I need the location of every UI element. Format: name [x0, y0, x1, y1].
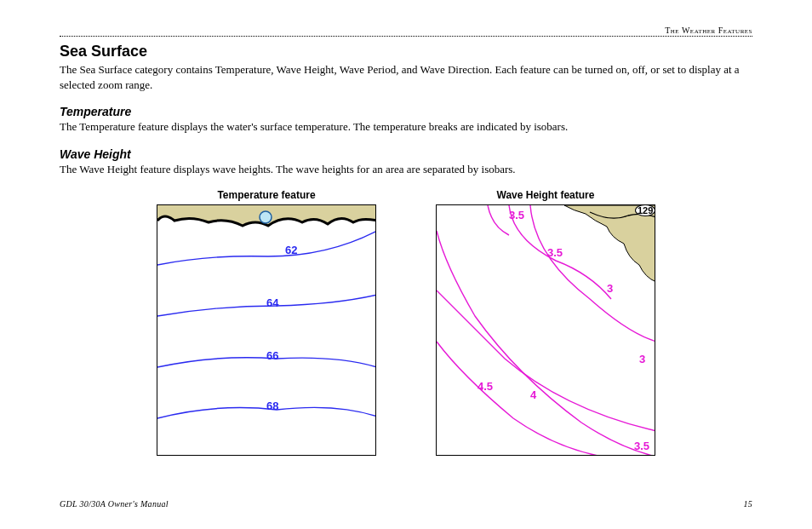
body-temperature: The Temperature feature displays the wat… [60, 119, 752, 135]
footer-page-number: 15 [743, 499, 752, 509]
map-temperature-svg [157, 205, 376, 456]
running-head: The Weather Features [665, 26, 752, 35]
isobar-label: 3.5 [509, 209, 524, 221]
isobar-label: 4 [530, 388, 536, 401]
body-wave-height: The Wave Height feature displays wave he… [60, 162, 752, 177]
caption-temperature: Temperature feature [217, 189, 315, 201]
isobar-label: 3 [607, 282, 613, 295]
subhead-wave-height: Wave Height [60, 147, 752, 161]
isobar-label: 3 [639, 353, 645, 365]
isobar-label: 64 [266, 296, 278, 309]
footer-manual-title: GDL 30/30A Owner's Manual [60, 499, 169, 509]
svg-point-0 [260, 211, 272, 223]
route-shield: 129 [635, 204, 655, 216]
section-title: Sea Surface [60, 43, 752, 60]
caption-wave-height: Wave Height feature [497, 189, 595, 201]
isobar-label: 3.5 [547, 246, 563, 259]
map-temperature: 62 64 66 68 [157, 204, 376, 456]
isobar-label: 66 [266, 349, 278, 362]
map-wave-height: 3.5 3.5 3 3 4.5 4 3.5 129 [436, 204, 655, 456]
isobar-label: 68 [266, 400, 278, 412]
subhead-temperature: Temperature [60, 105, 752, 118]
isobar-label: 62 [285, 244, 297, 256]
isobar-label: 3.5 [634, 440, 649, 452]
section-intro: The Sea Surface category contains Temper… [60, 62, 752, 93]
header-divider [60, 36, 752, 37]
isobar-label: 4.5 [477, 380, 493, 393]
map-wave-height-svg [437, 205, 655, 456]
